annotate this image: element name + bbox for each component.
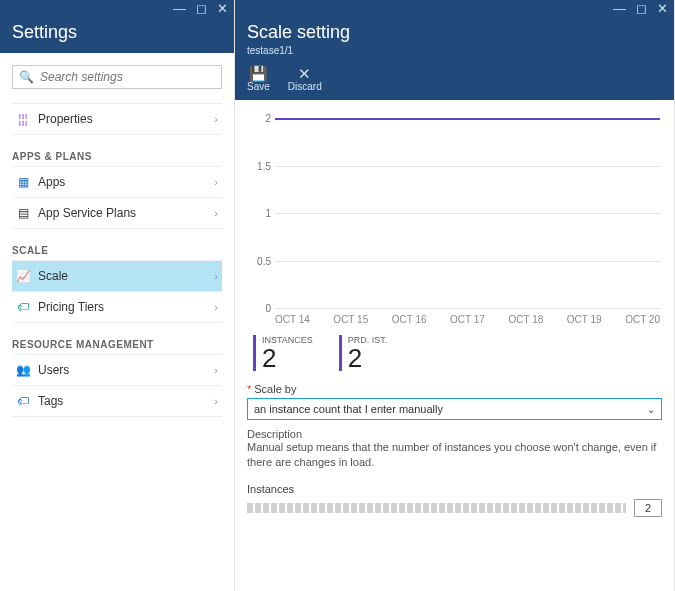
scale-by-value: an instance count that I enter manually bbox=[254, 403, 443, 415]
x-tick: OCT 20 bbox=[625, 314, 660, 325]
x-tick: OCT 14 bbox=[275, 314, 310, 325]
x-axis: OCT 14 OCT 15 OCT 16 OCT 17 OCT 18 OCT 1… bbox=[275, 314, 660, 325]
metric-value: 2 bbox=[262, 345, 313, 371]
y-tick: 2 bbox=[247, 113, 271, 124]
nav-item-users[interactable]: 👥 Users › bbox=[12, 355, 222, 386]
save-label: Save bbox=[247, 81, 270, 92]
instances-slider[interactable] bbox=[247, 503, 626, 513]
chart-series-line bbox=[275, 118, 660, 120]
chart-legend-metrics: INSTANCES 2 PRD. IST. 2 bbox=[253, 335, 662, 371]
nav-label: Pricing Tiers bbox=[38, 300, 104, 314]
y-tick: 1 bbox=[247, 208, 271, 219]
nav-item-properties[interactable]: ¦¦¦ Properties › bbox=[12, 104, 222, 135]
scale-icon: 📈 bbox=[16, 269, 30, 283]
plan-icon: ▤ bbox=[16, 206, 30, 220]
search-input-wrap[interactable]: 🔍 bbox=[12, 65, 222, 89]
apps-icon: ▦ bbox=[16, 175, 30, 189]
field-scale-by: *Scale by an instance count that I enter… bbox=[247, 383, 662, 420]
scale-header: — ◻ ✕ Scale setting testase1/1 💾 Save ✕ … bbox=[235, 0, 674, 100]
settings-header: — ◻ ✕ Settings bbox=[0, 0, 234, 53]
nav-item-pricing-tiers[interactable]: 🏷 Pricing Tiers › bbox=[12, 292, 222, 323]
scale-body: 2 1.5 1 0.5 0 OCT 14 OCT 15 OCT 16 OCT 1… bbox=[235, 100, 674, 591]
tags-icon: 🏷 bbox=[16, 394, 30, 408]
nav-label: App Service Plans bbox=[38, 206, 136, 220]
section-scale: SCALE bbox=[12, 245, 222, 256]
pricing-icon: 🏷 bbox=[16, 300, 30, 314]
section-apps-plans: APPS & PLANS bbox=[12, 151, 222, 162]
discard-icon: ✕ bbox=[298, 66, 311, 81]
x-tick: OCT 15 bbox=[333, 314, 368, 325]
nav-label: Tags bbox=[38, 394, 63, 408]
field-instances: Instances 2 bbox=[247, 483, 662, 517]
description-body: Manual setup means that the number of in… bbox=[247, 440, 662, 471]
scale-by-select[interactable]: an instance count that I enter manually … bbox=[247, 398, 662, 420]
instances-label: Instances bbox=[247, 483, 662, 495]
search-icon: 🔍 bbox=[19, 70, 34, 84]
y-tick: 0.5 bbox=[247, 255, 271, 266]
maximize-icon[interactable]: ◻ bbox=[196, 2, 207, 15]
settings-blade: — ◻ ✕ Settings 🔍 ¦¦¦ Properties › APPS &… bbox=[0, 0, 235, 591]
scale-setting-blade: — ◻ ✕ Scale setting testase1/1 💾 Save ✕ … bbox=[235, 0, 675, 591]
discard-label: Discard bbox=[288, 81, 322, 92]
chevron-right-icon: › bbox=[214, 301, 218, 313]
close-icon[interactable]: ✕ bbox=[657, 2, 668, 15]
nav-item-app-service-plans[interactable]: ▤ App Service Plans › bbox=[12, 198, 222, 229]
settings-body: 🔍 ¦¦¦ Properties › APPS & PLANS ▦ Apps › bbox=[0, 53, 234, 591]
save-button[interactable]: 💾 Save bbox=[247, 66, 270, 92]
metric-value: 2 bbox=[348, 345, 388, 371]
nav-item-scale[interactable]: 📈 Scale › bbox=[12, 261, 222, 292]
discard-button[interactable]: ✕ Discard bbox=[288, 66, 322, 92]
scale-by-label: *Scale by bbox=[247, 383, 662, 395]
minimize-icon[interactable]: — bbox=[613, 2, 626, 15]
required-star-icon: * bbox=[247, 383, 251, 395]
chevron-down-icon: ⌄ bbox=[647, 404, 655, 415]
section-resource-management: RESOURCE MANAGEMENT bbox=[12, 339, 222, 350]
settings-title: Settings bbox=[12, 22, 222, 43]
x-tick: OCT 18 bbox=[508, 314, 543, 325]
maximize-icon[interactable]: ◻ bbox=[636, 2, 647, 15]
users-icon: 👥 bbox=[16, 363, 30, 377]
chevron-right-icon: › bbox=[214, 364, 218, 376]
nav-label: Users bbox=[38, 363, 69, 377]
y-tick: 0 bbox=[247, 303, 271, 314]
save-icon: 💾 bbox=[249, 66, 268, 81]
chevron-right-icon: › bbox=[214, 113, 218, 125]
x-tick: OCT 19 bbox=[567, 314, 602, 325]
nav-label: Properties bbox=[38, 112, 93, 126]
metric-instances: INSTANCES 2 bbox=[253, 335, 313, 371]
chevron-right-icon: › bbox=[214, 207, 218, 219]
scale-title: Scale setting bbox=[247, 22, 662, 43]
metrics-chart[interactable]: 2 1.5 1 0.5 0 bbox=[275, 118, 660, 308]
properties-icon: ¦¦¦ bbox=[16, 112, 30, 126]
x-tick: OCT 17 bbox=[450, 314, 485, 325]
chevron-right-icon: › bbox=[214, 395, 218, 407]
nav-item-apps[interactable]: ▦ Apps › bbox=[12, 167, 222, 198]
close-icon[interactable]: ✕ bbox=[217, 2, 228, 15]
nav-label: Scale bbox=[38, 269, 68, 283]
nav-label: Apps bbox=[38, 175, 65, 189]
minimize-icon[interactable]: — bbox=[173, 2, 186, 15]
y-tick: 1.5 bbox=[247, 160, 271, 171]
x-tick: OCT 16 bbox=[392, 314, 427, 325]
description-heading: Description bbox=[247, 428, 662, 440]
chevron-right-icon: › bbox=[214, 176, 218, 188]
instances-input[interactable]: 2 bbox=[634, 499, 662, 517]
chevron-right-icon: › bbox=[214, 270, 218, 282]
nav-item-tags[interactable]: 🏷 Tags › bbox=[12, 386, 222, 417]
metric-prd-ist: PRD. IST. 2 bbox=[339, 335, 388, 371]
search-input[interactable] bbox=[40, 70, 215, 84]
scale-subtitle: testase1/1 bbox=[247, 45, 662, 56]
